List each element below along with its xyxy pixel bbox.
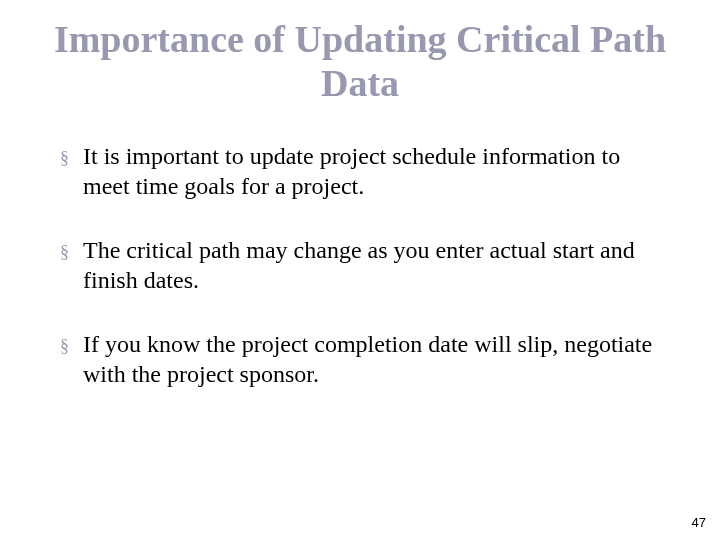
bullet-icon: §: [60, 335, 69, 358]
bullet-text: It is important to update project schedu…: [83, 141, 672, 201]
slide-title: Importance of Updating Critical Path Dat…: [48, 18, 672, 105]
list-item: § If you know the project completion dat…: [60, 329, 672, 389]
bullet-text: The critical path may change as you ente…: [83, 235, 672, 295]
slide-container: Importance of Updating Critical Path Dat…: [0, 0, 720, 389]
list-item: § It is important to update project sche…: [60, 141, 672, 201]
bullet-text: If you know the project completion date …: [83, 329, 672, 389]
bullet-list: § It is important to update project sche…: [48, 141, 672, 389]
list-item: § The critical path may change as you en…: [60, 235, 672, 295]
page-number: 47: [692, 515, 706, 530]
bullet-icon: §: [60, 147, 69, 170]
bullet-icon: §: [60, 241, 69, 264]
